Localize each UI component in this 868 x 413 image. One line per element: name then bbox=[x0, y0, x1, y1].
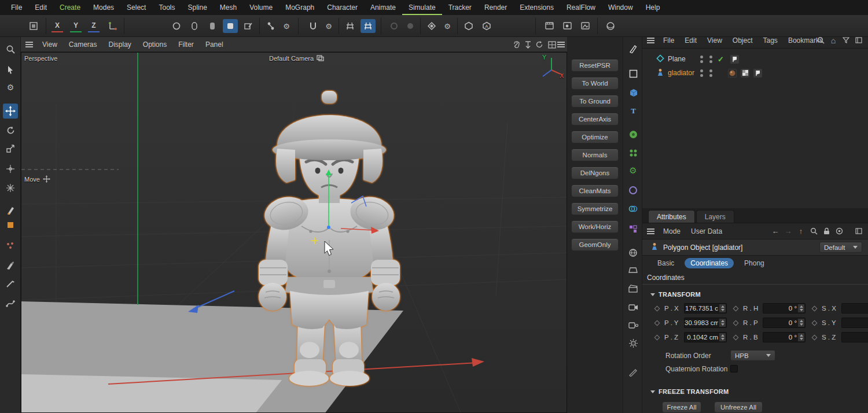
toggle-view-icon[interactable] bbox=[546, 39, 558, 50]
optimize-button[interactable]: Optimize bbox=[571, 131, 619, 143]
rotate-tool-icon[interactable] bbox=[3, 123, 18, 138]
rotation-order-dropdown[interactable]: HPB bbox=[730, 350, 775, 361]
sz-field[interactable] bbox=[841, 332, 868, 342]
spline-pen-icon[interactable] bbox=[627, 42, 639, 55]
pz-field[interactable] bbox=[684, 332, 727, 342]
menu-realflow[interactable]: RealFlow bbox=[560, 0, 602, 15]
compare-icon[interactable] bbox=[833, 226, 845, 237]
attr-panel-icon[interactable] bbox=[853, 226, 865, 237]
vp-menu-view[interactable]: View bbox=[36, 37, 63, 52]
menu-tracker[interactable]: Tracker bbox=[442, 0, 478, 15]
model-mode-icon[interactable] bbox=[187, 19, 202, 33]
vp-menu-filter[interactable]: Filter bbox=[172, 37, 200, 52]
tab-basic[interactable]: Basic bbox=[652, 258, 680, 268]
subdivision-surface-icon[interactable] bbox=[627, 128, 639, 141]
history-forward-icon[interactable]: → bbox=[782, 226, 794, 237]
key-diamond-icon[interactable] bbox=[654, 320, 660, 326]
rh-field[interactable] bbox=[763, 303, 806, 314]
stage-icon[interactable] bbox=[627, 282, 639, 295]
tab-layers[interactable]: Layers bbox=[696, 210, 734, 223]
record-active-objects-icon[interactable] bbox=[387, 19, 402, 33]
light-icon[interactable] bbox=[627, 337, 639, 349]
menu-extensions[interactable]: Extensions bbox=[513, 0, 560, 15]
key-diamond-icon[interactable] bbox=[654, 305, 660, 311]
attr-menu-icon[interactable] bbox=[647, 231, 654, 232]
menu-spline[interactable]: Spline bbox=[181, 0, 213, 15]
keyframe-gear-icon[interactable]: ⚙ bbox=[440, 19, 455, 33]
spline-mask-icon[interactable] bbox=[627, 202, 639, 215]
keyframe-selection-icon[interactable] bbox=[424, 19, 439, 33]
attr-menu-mode[interactable]: Mode bbox=[658, 223, 686, 239]
target-camera-icon[interactable] bbox=[627, 319, 639, 331]
scale-tool-icon[interactable] bbox=[3, 141, 18, 156]
transform-group-header[interactable]: TRANSFORM bbox=[642, 288, 868, 301]
object-row-plane[interactable]: Plane ✓ bbox=[642, 52, 868, 66]
menu-create[interactable]: Create bbox=[53, 0, 87, 15]
symmetrize-button[interactable]: Symmetrize bbox=[571, 202, 619, 215]
key-diamond-icon[interactable] bbox=[812, 334, 818, 340]
menu-file[interactable]: File bbox=[5, 0, 28, 15]
object-name[interactable]: Plane bbox=[668, 55, 686, 63]
rectangle-spline-icon[interactable] bbox=[627, 67, 639, 80]
axis-y-lock[interactable]: Y bbox=[68, 19, 83, 33]
menu-edit[interactable]: Edit bbox=[28, 0, 53, 15]
tweak-gear-icon[interactable]: ⚙ bbox=[3, 80, 18, 95]
dolly-view-icon[interactable] bbox=[522, 39, 534, 50]
rp-field[interactable] bbox=[763, 318, 806, 328]
work-horiz-button[interactable]: Work/Horiz bbox=[571, 220, 619, 233]
texture-tag-icon[interactable] bbox=[741, 69, 749, 78]
unfreeze-all-button[interactable]: Unfreeze All bbox=[714, 401, 763, 413]
text-spline-icon[interactable]: T bbox=[627, 104, 639, 117]
key-diamond-icon[interactable] bbox=[733, 334, 739, 340]
preset-dropdown[interactable]: Default bbox=[819, 242, 862, 253]
px-field[interactable] bbox=[684, 303, 727, 314]
pen-tool-icon[interactable] bbox=[3, 202, 18, 217]
key-diamond-icon[interactable] bbox=[733, 305, 739, 311]
key-diamond-icon[interactable] bbox=[654, 334, 660, 340]
freeze-all-button[interactable]: Freeze All bbox=[662, 401, 701, 413]
menu-animate[interactable]: Animate bbox=[364, 0, 402, 15]
material-thumbnail[interactable] bbox=[728, 69, 737, 78]
rb-field[interactable] bbox=[763, 332, 806, 342]
key-diamond-icon[interactable] bbox=[733, 320, 739, 326]
axis-x-lock[interactable]: X bbox=[50, 19, 65, 33]
axis-z-lock[interactable]: Z bbox=[86, 19, 101, 33]
delngons-button[interactable]: DelNgons bbox=[571, 167, 619, 179]
brush-tool-icon[interactable] bbox=[3, 258, 18, 273]
menu-mesh[interactable]: Mesh bbox=[214, 0, 243, 15]
viewport-layout-menu-icon[interactable] bbox=[557, 44, 565, 45]
floor-icon[interactable] bbox=[627, 264, 639, 276]
knife-tool-icon[interactable] bbox=[3, 276, 18, 292]
spline-smooth-icon[interactable] bbox=[3, 296, 18, 311]
snap-enable-icon[interactable] bbox=[361, 19, 376, 33]
move-tool-icon[interactable] bbox=[3, 104, 18, 119]
vp-menu-cameras[interactable]: Cameras bbox=[63, 37, 103, 52]
edit-object-icon[interactable] bbox=[241, 19, 256, 33]
ring-mode-icon[interactable] bbox=[169, 19, 184, 33]
layout-frame-icon[interactable] bbox=[26, 19, 41, 33]
mograph-icon[interactable] bbox=[627, 223, 639, 235]
centeraxis-button[interactable]: CenterAxis bbox=[571, 113, 619, 126]
vp-menu-panel[interactable]: Panel bbox=[200, 37, 229, 52]
to-ground-button[interactable]: To Ground bbox=[571, 95, 619, 108]
camera-label[interactable]: Default Camera bbox=[269, 55, 314, 62]
simulation-gear-icon[interactable]: ⚙ bbox=[321, 19, 336, 33]
orange-swatch-icon[interactable] bbox=[3, 217, 18, 233]
object-row-gladiator[interactable]: gladiator bbox=[642, 66, 868, 80]
cleanmats-button[interactable]: CleanMats bbox=[571, 185, 619, 197]
menu-character[interactable]: Character bbox=[321, 0, 364, 15]
zoom-tool-icon[interactable] bbox=[3, 42, 18, 57]
magic-solo-icon[interactable] bbox=[3, 180, 18, 196]
viewport-solo-auto-icon[interactable]: A bbox=[479, 19, 494, 33]
coordinate-system-icon[interactable] bbox=[105, 19, 120, 33]
om-menu-icon[interactable] bbox=[647, 40, 654, 41]
quaternion-checkbox[interactable] bbox=[730, 365, 738, 373]
camera-icon[interactable] bbox=[627, 301, 639, 314]
workplane-grid-icon[interactable] bbox=[343, 19, 358, 33]
visibility-dots-icon[interactable] bbox=[700, 56, 703, 63]
material-pencil-icon[interactable] bbox=[627, 366, 639, 378]
key-diamond-icon[interactable] bbox=[812, 305, 818, 311]
vp-menu-display[interactable]: Display bbox=[102, 37, 137, 52]
viewport-menu-icon[interactable] bbox=[25, 44, 33, 45]
object-name[interactable]: gladiator bbox=[668, 69, 694, 77]
